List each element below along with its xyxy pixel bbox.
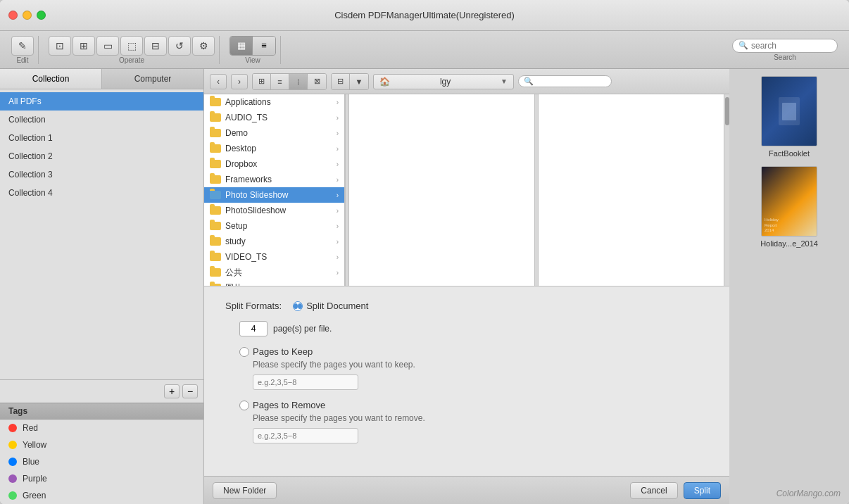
- view-section: ▦ ≡ View: [229, 36, 276, 64]
- arrow-icon: ›: [337, 114, 339, 122]
- thumbnail-factbooklet[interactable]: FactBooklet: [735, 76, 843, 158]
- navigate-forward-button[interactable]: ›: [231, 74, 248, 89]
- split-document-radio[interactable]: [293, 301, 303, 311]
- file-search-input[interactable]: [536, 77, 606, 86]
- folder-icon: [210, 113, 221, 122]
- path-dropdown[interactable]: 🏠 lgy ▼: [373, 74, 514, 89]
- thumbnail-image: [761, 76, 817, 146]
- split-document-option[interactable]: Split Document: [293, 301, 368, 311]
- folder-dropbox[interactable]: Dropbox ›: [204, 156, 344, 172]
- tag-blue[interactable]: Blue: [0, 453, 203, 470]
- arrow-icon: ›: [337, 99, 339, 106]
- folder-icon: [210, 98, 221, 106]
- traffic-lights: [8, 11, 46, 20]
- sidebar-item-collection4[interactable]: Collection 4: [0, 184, 203, 202]
- thumbnail-label: FactBooklet: [769, 149, 810, 158]
- tag-yellow-label: Yellow: [23, 440, 46, 450]
- arrange-down-button[interactable]: ▼: [350, 74, 368, 89]
- folder-photo-slideshow[interactable]: Photo Slideshow ›: [204, 187, 344, 203]
- pages-to-keep-radio[interactable]: [239, 347, 249, 357]
- pages-per-file-label: page(s) per file.: [273, 324, 332, 334]
- thumbnail-holiday[interactable]: HolidayReport2014 Holiday...e_2014: [735, 166, 843, 248]
- main-content: Collection Computer All PDFs Collection …: [0, 69, 849, 504]
- pages-per-file-input[interactable]: [239, 321, 268, 336]
- folder-photoslideshow[interactable]: PhotoSlideshow ›: [204, 203, 344, 218]
- list-view-button[interactable]: ≡: [271, 74, 289, 89]
- folder-audiots[interactable]: AUDIO_TS ›: [204, 110, 344, 125]
- operate-section: ⊡ ⊞ ▭ ⬚ ⊟ ↺ ⚙ Operate: [49, 36, 215, 64]
- tab-computer[interactable]: Computer: [102, 69, 203, 89]
- minimize-button[interactable]: [23, 11, 32, 20]
- sidebar-item-collection3[interactable]: Collection 3: [0, 165, 203, 184]
- folder-videots[interactable]: VIDEO_TS ›: [204, 249, 344, 265]
- arrange-button[interactable]: ⊟: [332, 74, 350, 89]
- folder-icon: [210, 175, 221, 184]
- edit-button[interactable]: ✎: [11, 36, 34, 56]
- new-folder-button[interactable]: New Folder: [213, 482, 277, 499]
- fit-width-button[interactable]: ⊞: [73, 36, 95, 56]
- folder-study[interactable]: study ›: [204, 234, 344, 249]
- folder-icon: [210, 268, 221, 277]
- arrow-icon: ›: [337, 207, 339, 215]
- pages-to-keep-input[interactable]: [253, 374, 358, 390]
- list-view-button[interactable]: ≡: [253, 37, 275, 55]
- pages-to-keep-row: Pages to Keep Please specify the pages y…: [225, 346, 708, 390]
- empty-panel-1: [349, 94, 534, 286]
- operate-buttons: ⊡ ⊞ ▭ ⬚ ⊟ ↺ ⚙: [49, 36, 215, 56]
- cancel-button[interactable]: Cancel: [630, 482, 677, 499]
- folder-setup[interactable]: Setup ›: [204, 218, 344, 234]
- folder-name: VIDEO_TS: [225, 252, 267, 262]
- arrow-icon: ›: [337, 176, 339, 184]
- tag-purple[interactable]: Purple: [0, 470, 203, 487]
- remove-collection-button[interactable]: −: [182, 384, 198, 398]
- fit-page-button[interactable]: ⊡: [49, 36, 71, 56]
- search-input[interactable]: [751, 41, 831, 51]
- split-formats-label: Split Formats:: [225, 301, 282, 311]
- folder-gonggong[interactable]: 公共 ›: [204, 265, 344, 280]
- tag-yellow[interactable]: Yellow: [0, 436, 203, 453]
- thumbnail-label: Holiday...e_2014: [760, 239, 818, 248]
- folder-demo[interactable]: Demo ›: [204, 125, 344, 141]
- titlebar: Cisdem PDFManagerUltimate(Unregistered): [0, 0, 849, 31]
- close-button[interactable]: [8, 11, 18, 20]
- sidebar-item-allpdfs[interactable]: All PDFs: [0, 92, 203, 111]
- sidebar-item-collection2[interactable]: Collection 2: [0, 147, 203, 165]
- two-page-button[interactable]: ⬚: [120, 36, 143, 56]
- sidebar-footer: + −: [0, 379, 203, 403]
- add-collection-button[interactable]: +: [164, 384, 180, 398]
- maximize-button[interactable]: [37, 11, 46, 20]
- empty-panel-2: [539, 94, 724, 286]
- pages-to-remove-input[interactable]: [253, 428, 358, 443]
- sidebar-item-label: Collection 4: [8, 188, 53, 198]
- icon-view-button[interactable]: ⊞: [253, 74, 271, 89]
- settings-button[interactable]: ⚙: [192, 36, 215, 56]
- single-page-button[interactable]: ▭: [96, 36, 119, 56]
- column-view-button[interactable]: ⫶: [289, 74, 308, 89]
- sidebar-item-label: All PDFs: [8, 96, 42, 106]
- folder-desktop[interactable]: Desktop ›: [204, 141, 344, 156]
- tag-green[interactable]: Green: [0, 487, 203, 504]
- split-document-label: Split Document: [306, 301, 368, 311]
- extract-button[interactable]: ⊟: [144, 36, 167, 56]
- search-label: Search: [774, 53, 796, 61]
- file-view-buttons: ⊞ ≡ ⫶ ⊠: [252, 73, 327, 90]
- folder-name: Photo Slideshow: [225, 190, 288, 200]
- sidebar-item-collection1[interactable]: Collection 1: [0, 129, 203, 147]
- scrollbar[interactable]: [724, 94, 729, 286]
- pages-to-remove-radio[interactable]: [239, 401, 249, 410]
- tab-collection[interactable]: Collection: [0, 69, 102, 89]
- folder-applications[interactable]: Applications ›: [204, 94, 344, 110]
- navigate-back-button[interactable]: ‹: [210, 74, 227, 89]
- grid-view-button[interactable]: ▦: [230, 37, 253, 55]
- split-button[interactable]: Split: [684, 482, 721, 499]
- folder-name: 公共: [225, 267, 242, 279]
- view-label: View: [245, 56, 260, 64]
- folder-frameworks[interactable]: Frameworks ›: [204, 172, 344, 187]
- tag-red[interactable]: Red: [0, 420, 203, 436]
- sidebar-item-collection[interactable]: Collection: [0, 111, 203, 129]
- coverflow-view-button[interactable]: ⊠: [308, 74, 326, 89]
- rotate-button[interactable]: ↺: [168, 36, 191, 56]
- folder-tupian[interactable]: 图片 ›: [204, 280, 344, 286]
- green-color-swatch: [8, 491, 17, 500]
- fact-thumbnail: [762, 77, 817, 146]
